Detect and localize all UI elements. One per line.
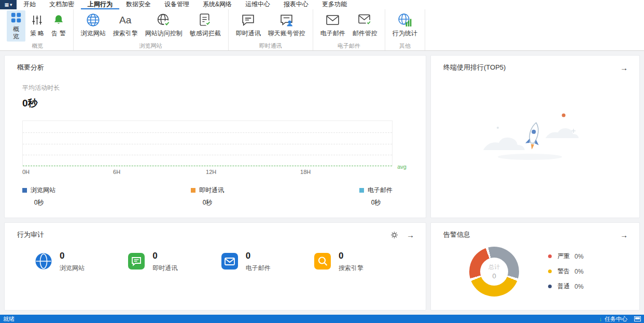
menu-item-ops-center[interactable]: 运维中心 — [239, 0, 277, 9]
card-title: 终端使用排行(TOP5) — [443, 63, 506, 72]
globe-icon — [35, 252, 52, 272]
stat-email: 0 电子邮件 — [221, 251, 271, 273]
task-center-button[interactable]: ↓ 任务中心 — [599, 315, 641, 323]
legend-value: 0秒 — [34, 198, 44, 207]
ribbon-button-label: 浏览网站 — [81, 29, 106, 38]
app-menu-button[interactable]: ▦▾ — [0, 0, 17, 9]
ribbon-button-email[interactable]: 电子邮件 — [318, 10, 348, 39]
chart-legend: 浏览网站 0秒 即时通讯 0秒 电子邮件 0秒 — [22, 186, 393, 207]
website-access-control-icon — [157, 12, 171, 28]
ribbon-toolbar: 概览 策 略 告 警 概览 浏览网站 — [0, 9, 644, 51]
avg-line-label: avg — [397, 164, 407, 170]
ribbon-button-instant-messaging[interactable]: 即时通讯 — [233, 10, 263, 39]
menu-item-device-management[interactable]: 设备管理 — [158, 0, 196, 9]
legend-label: 电子邮件 — [368, 186, 393, 195]
ribbon-button-email-control[interactable]: 邮件管控 — [350, 10, 380, 39]
legend-value: 0% — [575, 268, 583, 275]
stat-instant-messaging: 0 即时通讯 — [128, 251, 177, 273]
dashboard-content: 概要分析 平均活动时长 0秒 avg 0H 6H 12H 18H — [0, 51, 644, 315]
x-tick: 6H — [113, 169, 120, 175]
ribbon-group-label: 电子邮件 — [318, 42, 380, 50]
menubar: ▦▾ 开始 文档加密 上网行为 数据安全 设备管理 系统&网络 运维中心 报表中… — [0, 0, 644, 9]
summary-analysis-card: 概要分析 平均活动时长 0秒 avg 0H 6H 12H 18H — [4, 55, 426, 218]
main-menu: 开始 文档加密 上网行为 数据安全 设备管理 系统&网络 运维中心 报表中心 更… — [17, 0, 354, 9]
card-title: 概要分析 — [17, 63, 44, 72]
legend-label: 普通 — [557, 282, 570, 291]
ribbon-button-label: 即时通讯 — [236, 29, 261, 38]
card-title: 告警信息 — [443, 230, 470, 239]
legend-label: 警告 — [557, 267, 570, 276]
legend-value: 0% — [575, 283, 583, 290]
ribbon-button-search-engine[interactable]: Aa 搜索引擎 — [110, 10, 141, 39]
ribbon-button-label: 概览 — [13, 25, 20, 40]
alert-legend-normal: 普通 0% — [548, 282, 583, 291]
alert-legend-critical: 严重 0% — [548, 252, 583, 261]
behavior-stats-icon — [398, 12, 412, 28]
ribbon-button-overview[interactable]: 概览 — [7, 10, 25, 42]
stat-label: 搜索引擎 — [339, 264, 363, 273]
terminal-ranking-card: 终端使用排行(TOP5) → — [430, 55, 640, 218]
menu-item-start[interactable]: 开始 — [17, 0, 43, 9]
ribbon-button-browse-website[interactable]: 浏览网站 — [78, 10, 108, 39]
menu-item-doc-encryption[interactable]: 文档加密 — [43, 0, 81, 9]
mail-icon — [221, 252, 239, 272]
browse-website-globe-icon — [86, 12, 100, 28]
alert-donut-chart: 总计 0 — [469, 247, 519, 297]
x-tick: 12H — [206, 169, 216, 175]
stat-value: 0 — [152, 251, 177, 261]
legend-item-browse-website: 浏览网站 0秒 — [22, 186, 55, 207]
alert-info-card: 告警信息 → 总计 0 严重 0% 警告 — [430, 222, 640, 311]
ribbon-group-label: 概览 — [7, 42, 68, 50]
legend-dot — [548, 285, 552, 288]
alert-legend-warning: 警告 0% — [548, 267, 583, 276]
menu-item-more-functions[interactable]: 更多功能 — [315, 0, 354, 9]
ribbon-button-behavior-stats[interactable]: 行为统计 — [390, 10, 420, 39]
menu-item-internet-behavior[interactable]: 上网行为 — [81, 0, 119, 9]
goto-arrow-icon[interactable]: → — [620, 231, 628, 239]
tray-window-icon[interactable] — [634, 316, 641, 321]
stat-label: 浏览网站 — [60, 264, 85, 273]
ribbon-button-label: 聊天账号管控 — [268, 29, 305, 38]
stat-value: 0 — [60, 251, 85, 261]
legend-value: 0% — [575, 253, 583, 260]
chart-x-axis: 0H 6H 12H 18H — [22, 169, 393, 177]
ribbon-button-label: 电子邮件 — [320, 29, 345, 38]
donut-center-value: 0 — [492, 272, 496, 280]
ribbon-group-label: 其他 — [390, 42, 420, 50]
legend-item-email: 电子邮件 0秒 — [359, 186, 393, 207]
stat-search-engine: 0 搜索引擎 — [314, 251, 363, 273]
avg-line — [23, 166, 392, 166]
menu-item-report-center[interactable]: 报表中心 — [277, 0, 315, 9]
legend-swatch — [22, 188, 27, 193]
alert-legend: 严重 0% 警告 0% 普通 0% — [548, 246, 583, 297]
search-engine-aa-icon: Aa — [119, 12, 131, 28]
goto-arrow-icon[interactable]: → — [407, 231, 414, 239]
legend-dot — [548, 254, 552, 258]
x-tick: 0H — [22, 169, 30, 175]
ribbon-button-label: 搜索引擎 — [113, 29, 138, 38]
ribbon-button-chat-account-control[interactable]: 聊天账号管控 — [265, 10, 308, 39]
legend-item-instant-messaging: 即时通讯 0秒 — [191, 186, 224, 207]
download-arrow-icon: ↓ — [599, 316, 603, 322]
instant-messaging-icon — [241, 12, 255, 28]
menu-item-data-security[interactable]: 数据安全 — [119, 0, 158, 9]
email-icon — [326, 12, 340, 28]
x-tick: 18H — [300, 169, 311, 175]
email-control-icon — [358, 12, 372, 28]
statusbar: 就绪 ↓ 任务中心 — [0, 315, 644, 323]
settings-gear-icon[interactable] — [390, 231, 398, 239]
menu-item-system-network[interactable]: 系统&网络 — [196, 0, 239, 9]
donut-center-label: 总计 — [488, 263, 500, 271]
goto-arrow-icon[interactable]: → — [620, 64, 628, 72]
ribbon-button-label: 邮件管控 — [353, 29, 377, 38]
ribbon-button-sensitive-word-block[interactable]: 敏感词拦截 — [187, 10, 223, 39]
legend-swatch — [359, 188, 364, 193]
caret-down-icon: ▾ — [10, 2, 12, 7]
ribbon-button-policy[interactable]: 策 略 — [27, 10, 47, 39]
chat-icon — [128, 252, 145, 272]
ribbon-button-website-access-control[interactable]: 网站访问控制 — [143, 10, 185, 39]
ribbon-button-alert[interactable]: 告 警 — [49, 10, 68, 39]
legend-label: 即时通讯 — [199, 186, 224, 195]
ribbon-group-label: 浏览网站 — [78, 42, 223, 50]
alert-bell-icon — [53, 12, 64, 28]
